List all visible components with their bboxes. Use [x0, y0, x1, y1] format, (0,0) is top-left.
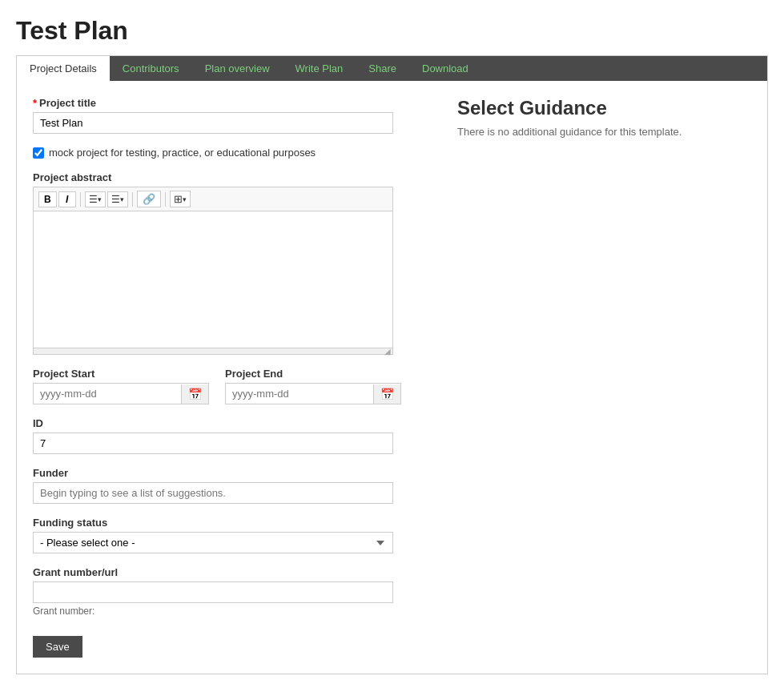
id-group: ID	[33, 417, 393, 454]
tab-plan-overview[interactable]: Plan overview	[192, 56, 283, 81]
separator-3	[165, 192, 166, 207]
italic-button[interactable]: I	[58, 191, 76, 207]
project-start-group: Project Start 📅	[33, 368, 209, 404]
mock-checkbox[interactable]	[33, 147, 44, 159]
tab-write-plan[interactable]: Write Plan	[283, 56, 356, 81]
project-end-calendar-icon[interactable]: 📅	[373, 384, 400, 404]
tab-download[interactable]: Download	[409, 56, 481, 81]
project-title-input[interactable]	[33, 112, 393, 134]
grant-number-input[interactable]	[33, 581, 393, 603]
id-input[interactable]	[33, 433, 393, 454]
project-end-group: Project End 📅	[225, 368, 401, 404]
project-abstract-label: Project abstract	[33, 171, 393, 183]
project-start-calendar-icon[interactable]: 📅	[181, 384, 208, 404]
funding-status-group: Funding status - Please select one - Fun…	[33, 517, 393, 553]
main-container: Project Details Contributors Plan overvi…	[16, 55, 768, 674]
table-button[interactable]: ⊞▾	[170, 191, 191, 207]
link-button[interactable]: 🔗	[137, 191, 161, 207]
unordered-list-button[interactable]: ☰▾	[85, 191, 106, 207]
form-section: *Project title mock project for testing,…	[33, 97, 393, 658]
funding-status-select[interactable]: - Please select one - Funded Unfunded Ap…	[33, 532, 393, 553]
mock-checkbox-row: mock project for testing, practice, or e…	[33, 147, 393, 159]
grant-number-label: Grant number/url	[33, 566, 393, 578]
guidance-section: Select Guidance There is no additional g…	[425, 97, 751, 658]
tab-project-details[interactable]: Project Details	[17, 56, 110, 81]
project-title-group: *Project title	[33, 97, 393, 134]
tab-share[interactable]: Share	[356, 56, 409, 81]
editor-resize-handle[interactable]: ◢	[34, 348, 392, 354]
content-area: *Project title mock project for testing,…	[17, 81, 767, 674]
funder-label: Funder	[33, 467, 393, 479]
funding-status-label: Funding status	[33, 517, 393, 529]
project-start-label: Project Start	[33, 368, 209, 380]
resize-icon: ◢	[384, 347, 391, 356]
id-label: ID	[33, 417, 393, 429]
tab-contributors[interactable]: Contributors	[110, 56, 192, 81]
bold-button[interactable]: B	[38, 191, 57, 207]
tab-bar: Project Details Contributors Plan overvi…	[17, 56, 767, 81]
project-end-input[interactable]	[226, 384, 373, 404]
editor-toolbar: B I ☰▾ ☰▾ 🔗 ⊞▾	[34, 187, 392, 211]
guidance-title: Select Guidance	[457, 97, 751, 119]
save-button[interactable]: Save	[33, 636, 82, 658]
mock-checkbox-label: mock project for testing, practice, or e…	[49, 147, 316, 159]
funder-input[interactable]	[33, 482, 393, 504]
abstract-editor: B I ☰▾ ☰▾ 🔗 ⊞▾	[33, 187, 393, 355]
grant-hint: Grant number:	[33, 606, 393, 617]
project-end-wrap: 📅	[225, 383, 401, 404]
page-title: Test Plan	[16, 16, 768, 46]
grant-number-group: Grant number/url Grant number:	[33, 566, 393, 617]
guidance-description: There is no additional guidance for this…	[457, 126, 751, 138]
ordered-list-button[interactable]: ☰▾	[107, 191, 128, 207]
funder-group: Funder	[33, 467, 393, 504]
required-star: *	[33, 97, 37, 109]
separator-2	[132, 192, 133, 207]
project-abstract-group: Project abstract B I ☰▾ ☰▾ 🔗	[33, 171, 393, 355]
project-start-wrap: 📅	[33, 383, 209, 404]
project-title-label: *Project title	[33, 97, 393, 109]
project-end-label: Project End	[225, 368, 401, 380]
date-row: Project Start 📅 Project End 📅	[33, 368, 393, 404]
abstract-editor-body[interactable]	[34, 211, 392, 348]
project-start-input[interactable]	[34, 384, 181, 404]
separator-1	[80, 192, 81, 207]
